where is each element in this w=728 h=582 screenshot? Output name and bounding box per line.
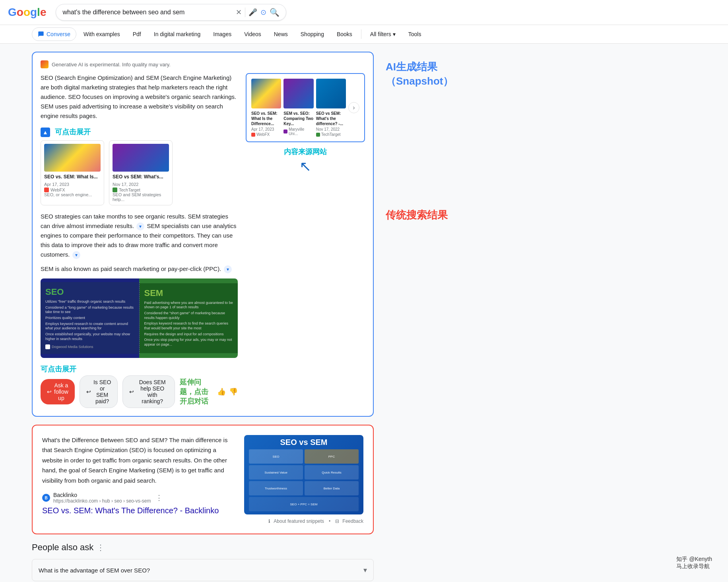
expand-icon-1[interactable]: ▾ xyxy=(136,222,144,230)
does-sem-help-icon: ↩ xyxy=(129,389,134,395)
watermark: 知乎 @Kenyth 马上收录导航 xyxy=(676,556,712,570)
seo-bullet-1: Utilizes "free" traffic through organic … xyxy=(45,300,134,304)
info-icon: ℹ xyxy=(268,518,270,524)
source-card-2-title: SEO vs SEM: What's... xyxy=(113,174,169,180)
tab-pdf-label: Pdf xyxy=(133,31,141,37)
ai-body: SEO (Search Engine Optimization) and SEM… xyxy=(41,73,365,408)
sem-section: SEM Paid advertising where you are almos… xyxy=(140,283,238,353)
next-image-arrow[interactable]: › xyxy=(348,102,359,113)
feedback-text: Feedback xyxy=(342,518,363,524)
thumbs-up-icon[interactable]: 👍 xyxy=(217,387,226,396)
image-card-1[interactable]: SEO vs. SEM: What Is the Difference... A… xyxy=(251,79,281,137)
ai-additional-text-1: SEO strategies can take months to see or… xyxy=(41,212,238,259)
close-icon[interactable]: ✕ xyxy=(236,8,242,17)
source-card-1-title: SEO vs. SEM: What Is... xyxy=(44,174,101,180)
grid-cell-5: Trustworthiness xyxy=(249,481,303,495)
is-seo-paid-label: Is SEO or SEM paid? xyxy=(93,379,111,404)
expand-icon-3[interactable]: ▾ xyxy=(224,265,232,273)
seo-bullet-2: Considered a "long game" of marketing be… xyxy=(45,306,134,315)
expand-icon: ▲ xyxy=(43,129,48,135)
tab-digital-marketing[interactable]: In digital marketing xyxy=(148,28,206,41)
sem-bullet-1: Paid advertising where you are almost gu… xyxy=(144,301,233,310)
tab-videos[interactable]: Videos xyxy=(239,28,267,41)
source-label: 内容来源网站 xyxy=(284,148,327,156)
arrow-decoration: ↖ xyxy=(246,158,365,175)
tab-tools[interactable]: Tools xyxy=(403,28,427,41)
nav-separator xyxy=(361,29,361,39)
source-card-1-thumb xyxy=(44,144,101,172)
chevron-down-icon: ▾ xyxy=(393,31,396,37)
site-name: Backlinko xyxy=(53,492,151,498)
tab-pdf[interactable]: Pdf xyxy=(127,28,147,41)
image-card-1-site: WebFX xyxy=(251,132,281,137)
followup-icon: ↩ xyxy=(47,389,52,395)
watermark-line1: 知乎 @Kenyth xyxy=(676,556,712,563)
tab-converse[interactable]: Converse xyxy=(32,27,76,41)
tab-videos-label: Videos xyxy=(244,31,261,37)
tab-books[interactable]: Books xyxy=(331,28,358,41)
tab-books-label: Books xyxy=(337,31,352,37)
people-also-ask-section: People also ask ⋮ What is the advantage … xyxy=(32,542,374,581)
source-annotation: 内容来源网站 xyxy=(246,147,365,157)
more-options-icon[interactable]: ⋮ xyxy=(155,493,163,502)
extend-label: 延伸问题，点击开启对话 xyxy=(180,377,212,406)
seo-section: SEO Utilizes "free" traffic through orga… xyxy=(41,282,140,354)
comparison-image[interactable]: SEO Utilizes "free" traffic through orga… xyxy=(41,278,238,358)
expand-icon-2[interactable]: ▾ xyxy=(72,251,80,259)
feedback-icon-small: ⊟ xyxy=(335,518,339,524)
traditional-label-area: 传统搜索结果 xyxy=(386,208,489,222)
ai-icon xyxy=(41,60,49,68)
tab-all-filters[interactable]: All filters ▾ xyxy=(365,28,401,41)
image-card-3-site: TechTarget xyxy=(316,132,346,137)
grid-cell-3: Sustained Value xyxy=(249,465,303,480)
result-link[interactable]: SEO vs. SEM: What's The Difference? - Ba… xyxy=(42,506,219,515)
search-icon[interactable]: 🔍 xyxy=(270,8,280,17)
result-content: What's the Difference Between SEO and SE… xyxy=(42,435,363,516)
ask-followup-button[interactable]: ↩ Ask a follow up xyxy=(41,379,75,404)
tab-with-examples[interactable]: With examples xyxy=(78,28,126,41)
result-image-inner: SEO vs SEM SEO PPC Sustained Value Quick… xyxy=(244,435,363,514)
backlinko-favicon: B xyxy=(42,494,50,502)
grid-cell-2: PPC xyxy=(305,449,359,464)
tab-shopping[interactable]: Shopping xyxy=(295,28,330,41)
ai-text-section: SEO (Search Engine Optimization) and SEM… xyxy=(41,73,238,408)
expand-button[interactable]: ▲ xyxy=(41,128,50,137)
grid-cell-4: Quick Results xyxy=(305,465,359,480)
image-card-3[interactable]: SEO vs SEM: What's the difference? -... … xyxy=(316,79,346,137)
sem-bullet-4: Requires the design and input for ad com… xyxy=(144,332,233,337)
expand-annotation-2: 可点击展开 xyxy=(41,364,238,374)
featured-snippets-note[interactable]: ℹ About featured snippets • ⊟ Feedback xyxy=(42,518,363,524)
image-card-1-date: Apr 17, 2023 xyxy=(251,127,281,131)
does-sem-help-label: Does SEM help SEO with ranking? xyxy=(136,379,168,404)
grid-cell-6: Better Data xyxy=(305,481,359,495)
search-bar[interactable]: ✕ 🎤 ⊙ 🔍 xyxy=(56,4,286,21)
main-content: Generative AI is experimental. Info qual… xyxy=(0,44,728,582)
search-input[interactable] xyxy=(62,9,233,16)
source-card-1[interactable]: SEO vs. SEM: What Is... Apr 17, 2023 Web… xyxy=(41,140,104,205)
featured-snippets-text: About featured snippets xyxy=(274,518,324,524)
divider xyxy=(245,8,245,17)
source-card-2[interactable]: SEO vs SEM: What's... Nov 17, 2022 TechT… xyxy=(109,140,173,205)
microphone-icon[interactable]: 🎤 xyxy=(248,8,257,17)
image-card-3-date: Nov 17, 2022 xyxy=(316,127,346,131)
dots-icon[interactable]: ⋮ xyxy=(97,543,105,552)
tab-images[interactable]: Images xyxy=(208,28,237,41)
source-card-1-site-name: WebFX xyxy=(50,188,65,192)
does-sem-help-button[interactable]: ↩ Does SEM help SEO with ranking? xyxy=(122,375,175,408)
image-card-2[interactable]: SEM vs. SEO: Comparing Two Key... Maryvi… xyxy=(283,79,313,136)
paa-item-1[interactable]: What is the advantage of SEM over SEO? ▾ xyxy=(32,559,374,581)
thumbs-down-icon[interactable]: 👎 xyxy=(229,387,238,396)
is-seo-paid-icon: ↩ xyxy=(86,389,91,395)
lens-icon[interactable]: ⊙ xyxy=(260,8,266,17)
ai-image-section: SEO vs. SEM: What Is the Difference... A… xyxy=(246,73,365,408)
ai-header-text: Generative AI is experimental. Info qual… xyxy=(52,62,171,68)
image-card-1-title: SEO vs. SEM: What Is the Difference... xyxy=(251,111,281,126)
paa-question-1: What is the advantage of SEM over SEO? xyxy=(39,567,150,574)
is-seo-paid-button[interactable]: ↩ Is SEO or SEM paid? xyxy=(80,375,118,408)
image-card-2-thumb xyxy=(283,79,313,108)
sem-label: SEM xyxy=(144,288,233,298)
tab-news[interactable]: News xyxy=(268,28,293,41)
ai-main-text: SEO (Search Engine Optimization) and SEM… xyxy=(41,73,238,121)
traditional-label: 传统搜索结果 xyxy=(386,208,489,222)
seo-bullet-4: Employs keyword research to create conte… xyxy=(45,322,134,331)
